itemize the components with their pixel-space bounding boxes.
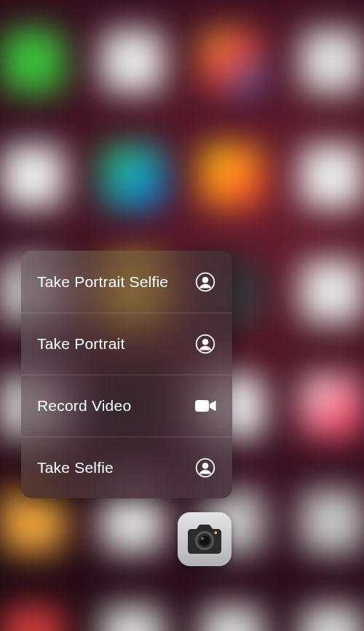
quick-action-record-video[interactable]: Record Video — [21, 375, 232, 436]
camera-icon — [184, 524, 225, 556]
svg-point-9 — [201, 537, 204, 540]
quick-action-label: Take Portrait Selfie — [37, 273, 168, 291]
svg-point-10 — [214, 531, 217, 534]
camera-app-icon[interactable] — [178, 512, 232, 566]
quick-action-take-portrait[interactable]: Take Portrait — [21, 313, 232, 375]
svg-point-1 — [202, 276, 209, 283]
video-icon — [194, 395, 216, 417]
quick-action-label: Record Video — [37, 397, 131, 415]
quick-action-take-selfie[interactable]: Take Selfie — [21, 436, 232, 498]
svg-rect-4 — [195, 400, 209, 412]
svg-point-6 — [202, 463, 209, 469]
svg-point-3 — [202, 339, 209, 345]
quick-actions-menu: Take Portrait Selfie Take Portrait R — [21, 251, 232, 498]
svg-point-8 — [199, 536, 210, 546]
portrait-icon — [194, 457, 216, 479]
portrait-icon — [194, 271, 216, 293]
portrait-icon — [194, 333, 216, 355]
quick-action-label: Take Portrait — [37, 335, 124, 353]
quick-action-label: Take Selfie — [37, 459, 114, 477]
quick-action-take-portrait-selfie[interactable]: Take Portrait Selfie — [21, 251, 232, 313]
